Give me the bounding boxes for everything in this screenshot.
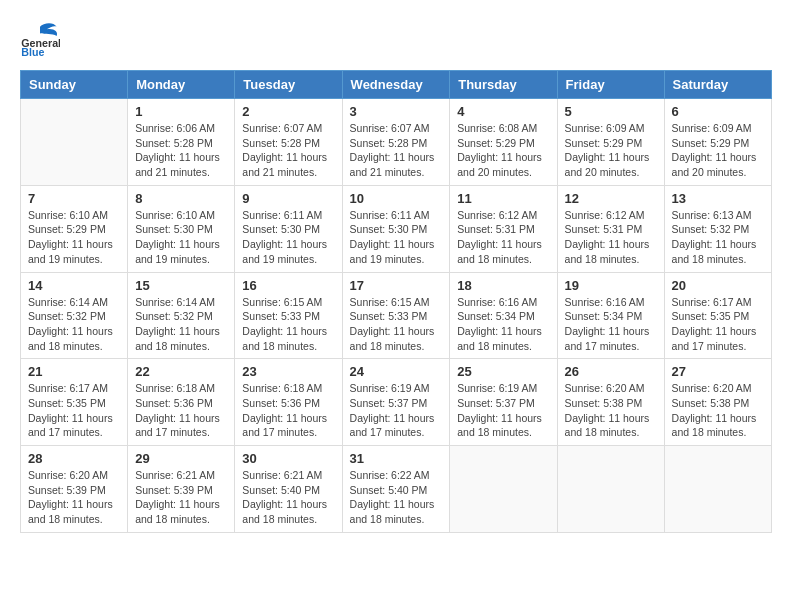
- col-header-friday: Friday: [557, 71, 664, 99]
- calendar-cell: 11Sunrise: 6:12 AM Sunset: 5:31 PM Dayli…: [450, 185, 557, 272]
- calendar-cell: [450, 446, 557, 533]
- day-number: 22: [135, 364, 227, 379]
- calendar-cell: 12Sunrise: 6:12 AM Sunset: 5:31 PM Dayli…: [557, 185, 664, 272]
- day-info: Sunrise: 6:08 AM Sunset: 5:29 PM Dayligh…: [457, 121, 549, 180]
- day-info: Sunrise: 6:13 AM Sunset: 5:32 PM Dayligh…: [672, 208, 764, 267]
- calendar-week-row: 21Sunrise: 6:17 AM Sunset: 5:35 PM Dayli…: [21, 359, 772, 446]
- day-info: Sunrise: 6:07 AM Sunset: 5:28 PM Dayligh…: [350, 121, 443, 180]
- col-header-sunday: Sunday: [21, 71, 128, 99]
- logo: General Blue: [20, 20, 60, 60]
- day-info: Sunrise: 6:22 AM Sunset: 5:40 PM Dayligh…: [350, 468, 443, 527]
- day-number: 8: [135, 191, 227, 206]
- day-info: Sunrise: 6:11 AM Sunset: 5:30 PM Dayligh…: [350, 208, 443, 267]
- day-number: 6: [672, 104, 764, 119]
- day-number: 24: [350, 364, 443, 379]
- day-number: 26: [565, 364, 657, 379]
- calendar-cell: 5Sunrise: 6:09 AM Sunset: 5:29 PM Daylig…: [557, 99, 664, 186]
- col-header-monday: Monday: [128, 71, 235, 99]
- day-info: Sunrise: 6:15 AM Sunset: 5:33 PM Dayligh…: [242, 295, 334, 354]
- day-info: Sunrise: 6:14 AM Sunset: 5:32 PM Dayligh…: [135, 295, 227, 354]
- calendar-cell: 27Sunrise: 6:20 AM Sunset: 5:38 PM Dayli…: [664, 359, 771, 446]
- calendar-cell: 30Sunrise: 6:21 AM Sunset: 5:40 PM Dayli…: [235, 446, 342, 533]
- calendar-cell: 6Sunrise: 6:09 AM Sunset: 5:29 PM Daylig…: [664, 99, 771, 186]
- calendar-cell: 7Sunrise: 6:10 AM Sunset: 5:29 PM Daylig…: [21, 185, 128, 272]
- day-info: Sunrise: 6:19 AM Sunset: 5:37 PM Dayligh…: [457, 381, 549, 440]
- day-info: Sunrise: 6:12 AM Sunset: 5:31 PM Dayligh…: [565, 208, 657, 267]
- calendar-cell: 3Sunrise: 6:07 AM Sunset: 5:28 PM Daylig…: [342, 99, 450, 186]
- calendar-cell: 18Sunrise: 6:16 AM Sunset: 5:34 PM Dayli…: [450, 272, 557, 359]
- calendar-week-row: 28Sunrise: 6:20 AM Sunset: 5:39 PM Dayli…: [21, 446, 772, 533]
- calendar-cell: 8Sunrise: 6:10 AM Sunset: 5:30 PM Daylig…: [128, 185, 235, 272]
- day-number: 23: [242, 364, 334, 379]
- day-info: Sunrise: 6:21 AM Sunset: 5:40 PM Dayligh…: [242, 468, 334, 527]
- calendar-cell: 10Sunrise: 6:11 AM Sunset: 5:30 PM Dayli…: [342, 185, 450, 272]
- day-number: 10: [350, 191, 443, 206]
- calendar-week-row: 7Sunrise: 6:10 AM Sunset: 5:29 PM Daylig…: [21, 185, 772, 272]
- day-number: 20: [672, 278, 764, 293]
- calendar-cell: 28Sunrise: 6:20 AM Sunset: 5:39 PM Dayli…: [21, 446, 128, 533]
- calendar-cell: 9Sunrise: 6:11 AM Sunset: 5:30 PM Daylig…: [235, 185, 342, 272]
- day-info: Sunrise: 6:14 AM Sunset: 5:32 PM Dayligh…: [28, 295, 120, 354]
- col-header-thursday: Thursday: [450, 71, 557, 99]
- day-number: 12: [565, 191, 657, 206]
- calendar-cell: 14Sunrise: 6:14 AM Sunset: 5:32 PM Dayli…: [21, 272, 128, 359]
- calendar-cell: 13Sunrise: 6:13 AM Sunset: 5:32 PM Dayli…: [664, 185, 771, 272]
- day-number: 27: [672, 364, 764, 379]
- calendar-cell: 17Sunrise: 6:15 AM Sunset: 5:33 PM Dayli…: [342, 272, 450, 359]
- calendar-cell: 31Sunrise: 6:22 AM Sunset: 5:40 PM Dayli…: [342, 446, 450, 533]
- day-info: Sunrise: 6:10 AM Sunset: 5:30 PM Dayligh…: [135, 208, 227, 267]
- day-number: 17: [350, 278, 443, 293]
- day-number: 30: [242, 451, 334, 466]
- col-header-tuesday: Tuesday: [235, 71, 342, 99]
- day-info: Sunrise: 6:18 AM Sunset: 5:36 PM Dayligh…: [242, 381, 334, 440]
- calendar-header-row: SundayMondayTuesdayWednesdayThursdayFrid…: [21, 71, 772, 99]
- calendar-cell: 20Sunrise: 6:17 AM Sunset: 5:35 PM Dayli…: [664, 272, 771, 359]
- calendar-cell: [557, 446, 664, 533]
- calendar-cell: 24Sunrise: 6:19 AM Sunset: 5:37 PM Dayli…: [342, 359, 450, 446]
- day-info: Sunrise: 6:20 AM Sunset: 5:39 PM Dayligh…: [28, 468, 120, 527]
- day-info: Sunrise: 6:12 AM Sunset: 5:31 PM Dayligh…: [457, 208, 549, 267]
- day-info: Sunrise: 6:06 AM Sunset: 5:28 PM Dayligh…: [135, 121, 227, 180]
- calendar-cell: 4Sunrise: 6:08 AM Sunset: 5:29 PM Daylig…: [450, 99, 557, 186]
- day-info: Sunrise: 6:17 AM Sunset: 5:35 PM Dayligh…: [28, 381, 120, 440]
- day-number: 28: [28, 451, 120, 466]
- day-info: Sunrise: 6:11 AM Sunset: 5:30 PM Dayligh…: [242, 208, 334, 267]
- day-info: Sunrise: 6:20 AM Sunset: 5:38 PM Dayligh…: [565, 381, 657, 440]
- day-number: 13: [672, 191, 764, 206]
- col-header-saturday: Saturday: [664, 71, 771, 99]
- day-info: Sunrise: 6:16 AM Sunset: 5:34 PM Dayligh…: [565, 295, 657, 354]
- calendar-cell: 26Sunrise: 6:20 AM Sunset: 5:38 PM Dayli…: [557, 359, 664, 446]
- calendar-cell: 16Sunrise: 6:15 AM Sunset: 5:33 PM Dayli…: [235, 272, 342, 359]
- day-info: Sunrise: 6:07 AM Sunset: 5:28 PM Dayligh…: [242, 121, 334, 180]
- calendar-cell: [21, 99, 128, 186]
- calendar-cell: [664, 446, 771, 533]
- calendar-cell: 2Sunrise: 6:07 AM Sunset: 5:28 PM Daylig…: [235, 99, 342, 186]
- day-number: 5: [565, 104, 657, 119]
- calendar-cell: 15Sunrise: 6:14 AM Sunset: 5:32 PM Dayli…: [128, 272, 235, 359]
- day-info: Sunrise: 6:16 AM Sunset: 5:34 PM Dayligh…: [457, 295, 549, 354]
- day-info: Sunrise: 6:20 AM Sunset: 5:38 PM Dayligh…: [672, 381, 764, 440]
- day-info: Sunrise: 6:17 AM Sunset: 5:35 PM Dayligh…: [672, 295, 764, 354]
- day-number: 4: [457, 104, 549, 119]
- col-header-wednesday: Wednesday: [342, 71, 450, 99]
- calendar-cell: 1Sunrise: 6:06 AM Sunset: 5:28 PM Daylig…: [128, 99, 235, 186]
- calendar-cell: 23Sunrise: 6:18 AM Sunset: 5:36 PM Dayli…: [235, 359, 342, 446]
- day-info: Sunrise: 6:18 AM Sunset: 5:36 PM Dayligh…: [135, 381, 227, 440]
- day-number: 14: [28, 278, 120, 293]
- calendar-cell: 21Sunrise: 6:17 AM Sunset: 5:35 PM Dayli…: [21, 359, 128, 446]
- day-info: Sunrise: 6:09 AM Sunset: 5:29 PM Dayligh…: [672, 121, 764, 180]
- day-info: Sunrise: 6:19 AM Sunset: 5:37 PM Dayligh…: [350, 381, 443, 440]
- day-number: 11: [457, 191, 549, 206]
- day-number: 31: [350, 451, 443, 466]
- calendar-cell: 19Sunrise: 6:16 AM Sunset: 5:34 PM Dayli…: [557, 272, 664, 359]
- day-info: Sunrise: 6:21 AM Sunset: 5:39 PM Dayligh…: [135, 468, 227, 527]
- day-number: 21: [28, 364, 120, 379]
- calendar-cell: 25Sunrise: 6:19 AM Sunset: 5:37 PM Dayli…: [450, 359, 557, 446]
- day-number: 18: [457, 278, 549, 293]
- day-number: 9: [242, 191, 334, 206]
- calendar-cell: 22Sunrise: 6:18 AM Sunset: 5:36 PM Dayli…: [128, 359, 235, 446]
- day-number: 29: [135, 451, 227, 466]
- day-number: 15: [135, 278, 227, 293]
- calendar-week-row: 14Sunrise: 6:14 AM Sunset: 5:32 PM Dayli…: [21, 272, 772, 359]
- day-number: 19: [565, 278, 657, 293]
